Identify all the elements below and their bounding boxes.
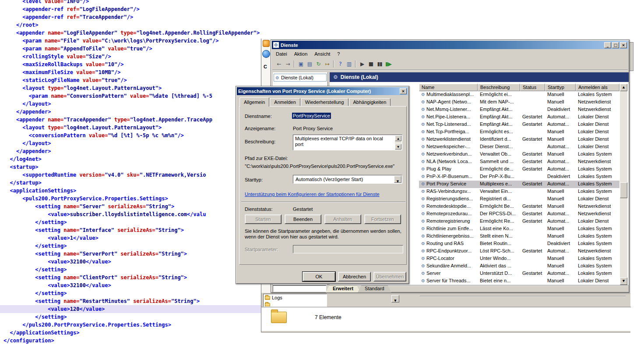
service-row[interactable]: ⚙ServerUnterstützt D...GestartetAutomat.… [419,270,619,277]
service-row[interactable]: ⚙NLA (Network Loca...Sammelt und ...Gest… [419,158,619,166]
service-row[interactable]: ⚙Remotedesktopdie...Ermöglicht Be...Gest… [419,203,619,210]
service-cell-desc: Sammelt und ... [478,158,520,166]
startoptions-help-link[interactable]: Unterstützung beim Konfigurieren der Sta… [245,192,380,197]
restart-service-icon[interactable]: ▮▶ [384,60,393,68]
column-header-starttyp[interactable]: Starttyp [545,84,576,91]
service-row[interactable]: ⚙RPC-Endpunktzuor...Löst RPC-Sch...Gesta… [419,248,619,255]
back-icon[interactable]: ← [274,60,283,68]
scroll-up-icon[interactable]: ▲ [395,135,401,141]
export-list-icon[interactable]: ↦ [323,60,331,68]
service-row[interactable]: ⚙Richtlinienergebniss...Stellt einen N..… [419,233,619,240]
service-cell-anmelden: Lokaler Dienst [576,143,619,151]
cancel-button[interactable]: Abbrechen [338,272,371,281]
service-cell-name: ⚙Sekundäre Anmeld... [419,263,478,270]
forward-icon[interactable]: → [283,60,292,68]
service-row[interactable]: ⚙Port Proxy ServiceMultiplexes e...Gesta… [419,181,619,188]
tab-anmelden[interactable]: Anmelden [270,98,300,106]
properties-icon[interactable]: ▥ [345,60,353,68]
tab-standard[interactable]: Standard [358,285,391,292]
combo-dropdown-button[interactable]: ▼ [394,176,401,183]
starttyp-combobox[interactable]: Automatisch (Verzögerter Start) ▼ [293,175,402,184]
service-row[interactable]: ⚙Net.Tcp-Portfreiga...Ermöglicht es...Ma… [419,128,619,136]
refresh-icon[interactable]: ↻ [314,60,323,68]
minimize-button[interactable]: _ [604,42,611,48]
folder-list[interactable]: Logs [263,294,327,307]
pause-button[interactable]: Anhalten [324,214,361,224]
service-cell-status [520,173,545,181]
stop-button[interactable]: Beenden [285,214,321,224]
dialog-close-button[interactable]: × [400,88,407,94]
service-row[interactable]: ⚙RemoteregistrierungErmöglicht Re...Gest… [419,218,619,225]
start-button[interactable]: Starten [245,214,282,224]
apply-button[interactable]: Übernehmen [373,272,406,281]
code-line: <layout type="log4net.Layout.PatternLayo… [0,84,261,92]
service-row[interactable]: ⚙Multimediaklassenpl...Ermöglicht ei...M… [419,91,619,99]
service-row[interactable]: ⚙RAS-Verbindungsv...Verwaltet Ein...Manu… [419,188,619,196]
folder-icon [265,303,270,307]
service-row[interactable]: ⚙Netzwerkverbindun...Verwaltet Ob...Gest… [419,151,619,158]
stop-service-icon[interactable]: ■ [366,60,375,68]
vertical-scrollbar[interactable]: ▲ ▼ [620,84,627,285]
beschreibung-textbox[interactable]: Multiplexes external TCP/IP data on loca… [293,135,402,150]
tab-allgemein[interactable]: Allgemein [239,97,269,107]
service-row[interactable]: ⚙Server für Threads...Bietet eine n...Ma… [419,277,619,285]
code-editor[interactable]: <level value="INFO"/> <appender-ref ref=… [0,0,261,345]
service-cell-starttyp: Manuell [545,196,576,203]
service-cell-status [520,188,545,196]
tab-abhaengigkeiten[interactable]: Abhängigkeiten [349,98,391,106]
close-button[interactable]: × [620,42,627,48]
services-window-titlebar[interactable]: ⚙ Dienste _ □ × [272,41,628,49]
service-row[interactable]: ⚙Remoteprozedurau...Der RPCSS-Di...Gesta… [419,210,619,218]
service-row[interactable]: ⚙NetzwerklistendienstIdentifiziert d...G… [419,136,619,143]
service-row[interactable]: ⚙NAP-Agent (Netwo...Mit dem NAP-...Manue… [419,99,619,106]
service-cell-desc: Verwaltet Ein... [478,188,520,196]
bottom-left-box[interactable] [273,285,326,292]
service-row[interactable]: ⚙Net.Tcp-Listenerad...Empfängt Akt...Ges… [419,121,619,128]
folder-item-partial[interactable] [264,301,327,307]
dialog-titlebar[interactable]: Eigenschaften von Port Proxy Service (Lo… [237,87,408,95]
start-service-icon[interactable]: ▶ [358,60,366,68]
dropdown-button[interactable]: ▼ [391,295,399,302]
service-row[interactable]: ⚙Netzwerkspeicher-...Dieser Dienst...Aut… [419,143,619,151]
maximize-button[interactable]: □ [612,42,619,48]
service-row[interactable]: ⚙Plug & PlayErmöglicht de...GestartetAut… [419,166,619,173]
service-cell-name: ⚙RAS-Verbindungsv... [419,188,478,196]
resume-button[interactable]: Fortsetzen [364,214,401,224]
menu-aktion[interactable]: Aktion [291,51,311,57]
menu-datei[interactable]: Datei [272,51,291,57]
folder-item[interactable]: Logs [264,294,327,301]
tree-item-dienste-lokal[interactable]: ⚙ Dienste (Lokal) [274,74,327,82]
textbox-scrollbar[interactable]: ▲ ▼ [395,135,401,149]
list-view-icon[interactable]: ▤ [305,60,314,68]
scroll-up-button[interactable]: ▲ [620,84,627,91]
service-row[interactable]: ⚙Net.Pipe-Listenera...Empfängt Akt...Ges… [419,114,619,121]
ok-button[interactable]: OK [303,272,335,281]
service-row[interactable]: ⚙Sekundäre Anmeld...Aktiviert das ...Man… [419,263,619,270]
pause-service-icon[interactable]: ▮▮ [375,60,384,68]
service-row[interactable]: ⚙Richtlinie zum Entfe...Lässt eine Ko...… [419,225,619,233]
column-header-name[interactable]: Name [419,84,478,91]
menu-help[interactable]: ? [334,51,343,57]
service-cell-anmelden: Lokales System [576,240,619,248]
service-cell-desc: Der PnP-X-Bu... [478,173,520,181]
column-header-anmelden[interactable]: Anmelden als [576,84,619,91]
service-row[interactable]: ⚙Net.Msmq-Listener...Empfängt Akt...Deak… [419,106,619,114]
menu-ansicht[interactable]: Ansicht [311,51,334,57]
console-window-icon[interactable]: ▣ [296,60,305,68]
service-row[interactable]: ⚙Routing und RASBietet Routin...Deaktivi… [419,240,619,248]
service-row[interactable]: ⚙PnP-X-IP-Busenum...Der PnP-X-Bu...Deakt… [419,173,619,181]
column-header-status[interactable]: Status [520,84,545,91]
tab-erweitert[interactable]: Erweitert [326,285,360,292]
tab-wiederherstellung[interactable]: Wiederherstellung [301,98,348,106]
scrollbar-thumb[interactable] [620,182,627,198]
drive-letter: C [264,64,267,69]
column-header-desc[interactable]: Beschreibung [478,84,520,91]
service-row[interactable]: ⚙RPC-LocatorUnter Windo...ManuellLokales… [419,255,619,263]
service-cell-starttyp: Automat... [545,210,576,218]
startparameter-input[interactable] [293,245,403,253]
help-icon[interactable]: ? [336,60,345,68]
scroll-down-icon[interactable]: ▼ [395,144,401,149]
service-row[interactable]: ⚙Registrierungsdiens...Registriert di...… [419,196,619,203]
service-cell-starttyp: Automat... [545,121,576,128]
scroll-down-button[interactable]: ▼ [620,277,627,285]
